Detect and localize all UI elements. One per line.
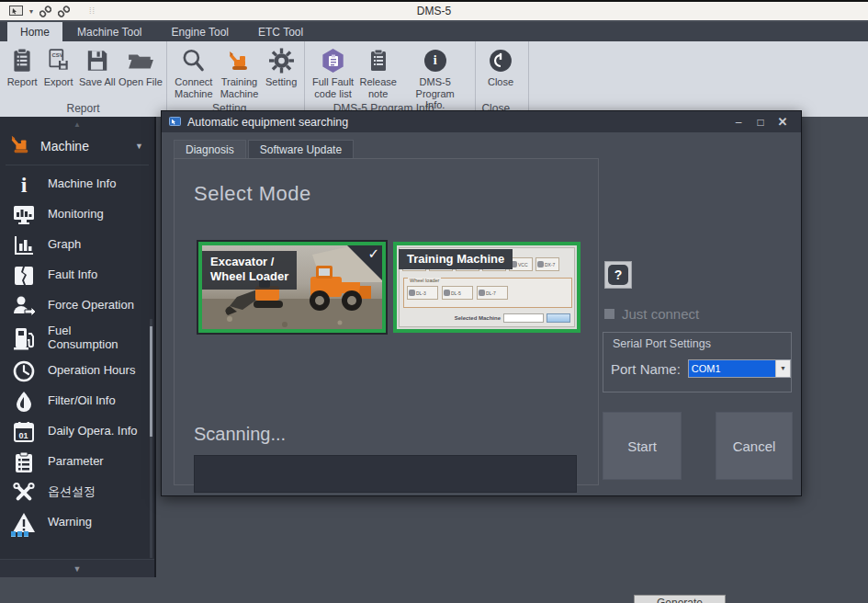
close-button[interactable]: Close [479,45,522,88]
tab-diagnosis[interactable]: Diagnosis [174,140,246,158]
app-window: ▾ ⁞⁞ DMS-5 Home Machine Tool Engine Tool… [0,0,868,603]
setting-button[interactable]: Setting [262,45,300,88]
serial-port-settings-label: Serial Port Settings [603,333,791,350]
sidebar-footer-icon [11,531,28,537]
ribbon-group-report: Report CSV Export Save All [0,41,167,117]
scanning-status-text: Scanning... [194,424,286,445]
check-icon: ✓ [367,245,379,262]
serial-port-settings-group: Serial Port Settings Port Name: COM1 ▼ [603,332,792,393]
fault-code-list-icon [321,47,345,74]
monitoring-icon [0,204,48,226]
dialog-title: Automatic equipment searching [187,116,727,129]
help-icon: ? [608,265,628,285]
info-icon: i [0,174,48,196]
export-csv-icon: CSV [47,47,71,74]
port-name-value: COM1 [689,360,775,377]
sidebar-item-daily-opera-info[interactable]: 01 Daily Opera. Info [0,416,154,447]
start-button[interactable]: Start [603,412,682,480]
export-button[interactable]: CSV Export [40,45,75,88]
tools-icon [0,482,48,504]
mode-card-training-machine[interactable]: VCC DX-7 Wheel loader DL-3 DL-5 DL-7 Sel… [393,242,581,333]
ribbon-tab-machine-tool[interactable]: Machine Tool [62,22,157,41]
ribbon-tab-home[interactable]: Home [7,22,62,41]
diagnosis-tab-page: Select Mode E [174,158,599,485]
sidebar-item-parameter[interactable]: Parameter [0,447,154,477]
generate-button-partial[interactable]: Generate [634,595,726,603]
excavator-icon [7,133,33,159]
group-label-report: Report [66,102,99,115]
save-all-icon [85,47,109,74]
mini-selected-machine-label: Selected Machine [455,315,501,321]
sidebar-item-fuel-consumption[interactable]: Fuel Consumption [0,321,154,356]
port-name-select[interactable]: COM1 ▼ [688,359,791,378]
gear-icon [269,47,294,74]
power-icon [489,47,513,74]
dialog-automatic-equipment-searching: Automatic equipment searching – □ ✕ Diag… [161,110,802,496]
card-label-excavator: Excavator / Wheel Loader [202,251,297,290]
sidebar-item-machine-info[interactable]: i Machine Info [0,169,154,199]
sidebar-scroll-down-icon[interactable]: ▼ [0,559,154,577]
sidebar-item-graph[interactable]: Graph [0,230,154,260]
release-note-button[interactable]: Release note [357,45,399,99]
open-file-button[interactable]: Open File [118,45,163,88]
connect-machine-button[interactable]: Connect Machine [171,45,217,99]
ribbon: Report CSV Export Save All [0,41,868,117]
sidebar-scroll-up-icon[interactable]: ▲ [0,117,154,130]
svg-text:CSV: CSV [51,52,62,58]
sidebar-header-machine[interactable]: Machine ▼ [0,130,154,163]
sidebar-item-option-settings[interactable]: 옵션설정 [0,477,154,507]
dialog-close-button[interactable]: ✕ [772,115,794,129]
dialog-maximize-button[interactable]: □ [750,116,772,129]
tab-software-update[interactable]: Software Update [248,140,354,158]
parameter-icon [0,451,48,473]
mini-ok-button [547,313,570,323]
ribbon-tab-etc-tool[interactable]: ETC Tool [243,22,318,41]
dialog-minimize-button[interactable]: – [727,116,750,129]
scan-progress-area [194,455,577,493]
dialog-tabs: Diagnosis Software Update [174,140,355,158]
release-note-icon [367,47,389,74]
training-machine-icon [225,47,253,74]
warning-icon [0,512,48,534]
sidebar-item-operation-hours[interactable]: Operation Hours [0,356,154,386]
training-machine-button[interactable]: Training Machine [217,45,263,99]
report-icon [10,47,34,74]
program-info-icon: i [424,47,446,74]
dialog-title-bar[interactable]: Automatic equipment searching – □ ✕ [162,111,801,132]
report-button[interactable]: Report [4,45,40,88]
save-all-button[interactable]: Save All [76,45,118,88]
card-label-training-machine: Training Machine [399,249,513,269]
ribbon-tab-bar: Home Machine Tool Engine Tool ETC Tool [0,22,868,41]
clock-icon [0,360,48,382]
ribbon-tab-engine-tool[interactable]: Engine Tool [157,22,244,41]
select-mode-heading: Select Mode [194,182,311,206]
sidebar-scrollbar-thumb[interactable] [150,326,152,437]
calendar-icon: 01 [0,421,48,443]
chevron-down-icon[interactable]: ▼ [135,142,147,151]
sidebar-menu: i Machine Info Monitoring Graph Faul [0,165,154,538]
svg-text:01: 01 [19,430,28,439]
open-file-icon [127,47,154,74]
force-operation-icon [0,295,48,317]
checkbox-icon[interactable] [604,309,614,319]
cancel-button[interactable]: Cancel [716,412,793,480]
sidebar-item-force-operation[interactable]: Force Operation [0,290,154,321]
mode-card-excavator-wheel-loader[interactable]: Excavator / Wheel Loader ✓ [197,240,388,335]
graph-icon [0,234,48,256]
oil-drop-icon [0,391,48,413]
ribbon-group-close: Close Close⌄ [476,41,529,117]
full-fault-code-list-button[interactable]: Full Fault code list [309,45,357,99]
connect-machine-icon [181,47,206,74]
combo-dropdown-icon[interactable]: ▼ [775,360,790,377]
mini-group-label: Wheel loader [408,278,441,283]
sidebar-item-monitoring[interactable]: Monitoring [0,199,154,230]
fuel-pump-icon [0,326,48,350]
sidebar-item-fault-info[interactable]: Fault Info [0,260,154,290]
just-connect-checkbox[interactable]: Just connect [604,306,699,322]
help-button[interactable]: ? [604,261,632,289]
sidebar-header-label: Machine [40,139,135,154]
ribbon-group-setting: Connect Machine Training Machine Setting… [167,41,305,117]
sidebar: ▲ Machine ▼ i Machine Info Monitoring [0,117,156,577]
port-name-label: Port Name: [611,361,681,377]
sidebar-item-filter-oil-info[interactable]: Filter/Oil Info [0,386,154,416]
